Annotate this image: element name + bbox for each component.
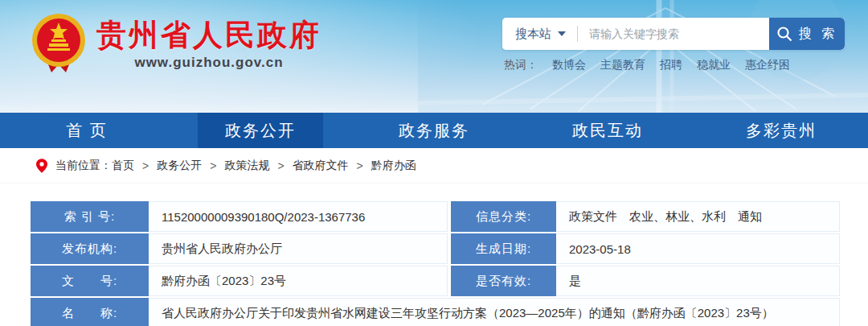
breadcrumb-link-provincial-docs[interactable]: 省政府文件: [293, 159, 349, 173]
hotword-link-huiqishukun[interactable]: 惠企纾困: [745, 58, 790, 72]
search-scope-select[interactable]: 搜本站: [502, 18, 574, 50]
info-table: 索 引 号: 11520000009390180Q/2023-1367736 信…: [31, 201, 840, 326]
hotword-link-zhaopin[interactable]: 招聘: [660, 58, 682, 72]
hotword-link-shubohui[interactable]: 数博会: [552, 58, 586, 72]
search-bar: 搜本站 搜 索: [502, 18, 845, 50]
issue-date-label: 生成日期:: [451, 233, 556, 264]
table-row: 发布机构: 贵州省人民政府办公厅 生成日期: 2023-05-18: [31, 233, 840, 264]
bridge-photo-decoration: [418, 0, 868, 113]
index-number-value: 11520000009390180Q/2023-1367736: [149, 201, 448, 232]
info-category-value: 政策文件 农业、林业、水利 通知: [556, 201, 840, 232]
hotword-link-zhutijiaoyu[interactable]: 主题教育: [600, 58, 645, 72]
breadcrumb-separator: >: [142, 159, 149, 172]
document-number-label: 文 号:: [31, 266, 149, 296]
search-divider: [577, 26, 578, 42]
info-category-label: 信息分类:: [451, 201, 556, 232]
index-number-label: 索 引 号:: [31, 201, 149, 232]
nav-item-gov-services-label: 政务服务: [371, 113, 497, 148]
table-row: 索 引 号: 11520000009390180Q/2023-1367736 信…: [31, 201, 840, 232]
site-title: 贵州省人民政府: [96, 19, 321, 52]
document-number-value: 黔府办函〔2023〕23号: [149, 266, 448, 296]
breadcrumb: 当前位置： 首页 > 政务公开 > 政策法规 > 省政府文件 > 黔府办函: [0, 148, 868, 184]
is-valid-label: 是否有效:: [451, 266, 556, 296]
search-scope-label: 搜本站: [515, 27, 551, 42]
nav-item-colorful-guizhou-label: 多彩贵州: [719, 113, 844, 148]
nav-item-public-interaction-label: 政民互动: [545, 113, 670, 148]
breadcrumb-link-home[interactable]: 首页: [112, 159, 134, 173]
hotword-link-wenjiuye[interactable]: 稳就业: [697, 58, 731, 72]
table-row: 名 称: 省人民政府办公厅关于印发贵州省水网建设三年攻坚行动方案（2023—20…: [31, 298, 840, 326]
search-button-label: 搜 索: [799, 26, 837, 43]
search-button[interactable]: 搜 索: [769, 18, 845, 50]
nav-item-public-interaction[interactable]: 政民互动: [521, 113, 694, 148]
location-pin-icon: [36, 159, 47, 173]
national-emblem-icon: [27, 11, 90, 76]
header-banner: 贵州省人民政府 www.guizhou.gov.cn 搜本站 搜 索 热词： 数…: [0, 0, 868, 113]
page: 贵州省人民政府 www.guizhou.gov.cn 搜本站 搜 索 热词： 数…: [0, 0, 868, 326]
search-icon: [776, 26, 792, 42]
breadcrumb-link-policy-law[interactable]: 政策法规: [224, 159, 269, 173]
nav-item-colorful-guizhou[interactable]: 多彩贵州: [694, 113, 868, 148]
document-title-value: 省人民政府办公厅关于印发贵州省水网建设三年攻坚行动方案（2023—2025年）的…: [149, 298, 840, 326]
hotwords-label: 热词：: [504, 58, 538, 72]
site-title-block: 贵州省人民政府 www.guizhou.gov.cn: [96, 11, 321, 71]
issuing-agency-value: 贵州省人民政府办公厅: [149, 233, 448, 264]
breadcrumb-link-gov-disclosure[interactable]: 政务公开: [157, 159, 202, 173]
issue-date-value: 2023-05-18: [556, 233, 840, 264]
nav-item-home[interactable]: 首 页: [0, 113, 174, 148]
breadcrumb-separator: >: [210, 159, 216, 172]
breadcrumb-link-qianfu-bahan[interactable]: 黔府办函: [371, 159, 416, 173]
site-url: www.guizhou.gov.cn: [96, 55, 321, 71]
breadcrumb-label: 当前位置：: [55, 159, 112, 173]
main-nav: 首 页 政务公开 政务服务 政民互动 多彩贵州: [0, 113, 868, 148]
issuing-agency-label: 发布机构:: [31, 233, 149, 264]
site-logo[interactable]: 贵州省人民政府 www.guizhou.gov.cn: [27, 11, 321, 76]
hotwords-bar: 热词： 数博会 主题教育 招聘 稳就业 惠企纾困: [504, 58, 790, 72]
chevron-down-icon: [558, 31, 566, 36]
nav-item-gov-disclosure-label: 政务公开: [198, 113, 323, 148]
document-title-label: 名 称:: [31, 298, 149, 326]
nav-item-gov-services[interactable]: 政务服务: [347, 113, 521, 148]
breadcrumb-separator: >: [277, 159, 284, 172]
is-valid-value: 是: [556, 266, 840, 296]
search-input[interactable]: [581, 18, 769, 50]
breadcrumb-separator: >: [357, 159, 363, 172]
nav-item-home-label: 首 页: [39, 113, 135, 148]
nav-item-gov-disclosure[interactable]: 政务公开: [174, 113, 347, 148]
table-row: 文 号: 黔府办函〔2023〕23号 是否有效: 是: [31, 266, 840, 296]
